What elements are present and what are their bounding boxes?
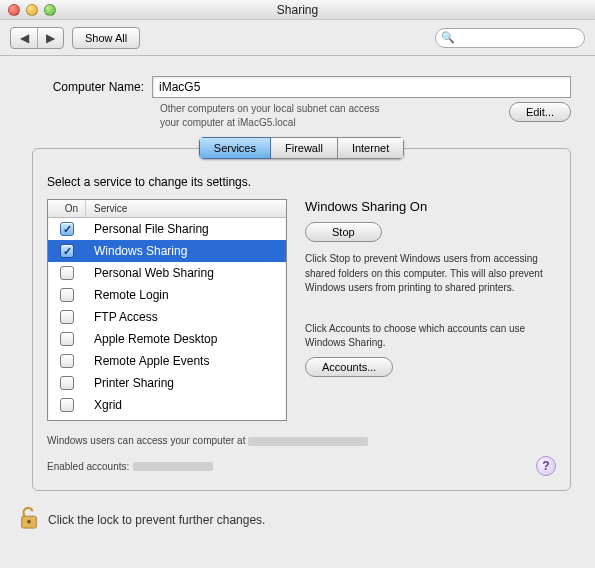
col-header-service[interactable]: Service xyxy=(86,200,286,217)
list-item[interactable]: Remote Apple Events xyxy=(48,350,286,372)
services-list: On Service ✓Personal File Sharing✓Window… xyxy=(47,199,287,421)
tab-services[interactable]: Services xyxy=(199,137,271,159)
titlebar: Sharing xyxy=(0,0,595,20)
check-icon: ✓ xyxy=(63,224,72,235)
service-detail: Windows Sharing On Stop Click Stop to pr… xyxy=(305,199,556,421)
computer-name-row: Computer Name: xyxy=(32,76,571,98)
service-label: Apple Remote Desktop xyxy=(86,332,286,346)
list-item[interactable]: ✓Windows Sharing xyxy=(48,240,286,262)
computer-name-hint: Other computers on your local subnet can… xyxy=(160,102,509,130)
access-line: Windows users can access your computer a… xyxy=(47,435,556,446)
help-button[interactable]: ? xyxy=(536,456,556,476)
col-header-on[interactable]: On xyxy=(48,200,86,217)
service-checkbox[interactable]: ✓ xyxy=(60,222,74,236)
service-checkbox[interactable] xyxy=(60,376,74,390)
tab-firewall[interactable]: Firewall xyxy=(271,137,338,159)
list-item[interactable]: Apple Remote Desktop xyxy=(48,328,286,350)
service-label: Windows Sharing xyxy=(86,244,286,258)
services-panel: Services Firewall Internet Select a serv… xyxy=(32,148,571,491)
list-item[interactable]: Remote Login xyxy=(48,284,286,306)
sharing-preferences-window: Sharing ◀ ▶ Show All 🔍 Computer Name: Ot… xyxy=(0,0,595,544)
forward-button[interactable]: ▶ xyxy=(37,28,63,48)
nav-back-forward: ◀ ▶ xyxy=(10,27,64,49)
panel-footer: Windows users can access your computer a… xyxy=(47,435,556,476)
service-checkbox[interactable] xyxy=(60,310,74,324)
stop-description: Click Stop to prevent Windows users from… xyxy=(305,252,556,296)
close-icon[interactable] xyxy=(8,4,20,16)
unlock-icon[interactable] xyxy=(18,505,40,534)
service-checkbox[interactable] xyxy=(60,288,74,302)
list-item[interactable]: Xgrid xyxy=(48,394,286,416)
service-label: FTP Access xyxy=(86,310,286,324)
list-header: On Service xyxy=(48,200,286,218)
search-icon: 🔍 xyxy=(441,31,455,44)
check-icon: ✓ xyxy=(63,246,72,257)
tab-internet[interactable]: Internet xyxy=(338,137,404,159)
detail-title: Windows Sharing On xyxy=(305,199,556,214)
list-item[interactable]: Personal Web Sharing xyxy=(48,262,286,284)
list-item[interactable]: FTP Access xyxy=(48,306,286,328)
service-label: Remote Login xyxy=(86,288,286,302)
enabled-accounts-label: Enabled accounts: xyxy=(47,461,129,472)
service-label: Xgrid xyxy=(86,398,286,412)
back-button[interactable]: ◀ xyxy=(11,28,37,48)
panel-prompt: Select a service to change its settings. xyxy=(47,175,556,189)
lock-text: Click the lock to prevent further change… xyxy=(48,513,265,527)
access-text: Windows users can access your computer a… xyxy=(47,435,248,446)
search-input[interactable] xyxy=(435,28,585,48)
hint-line-2: your computer at iMacG5.local xyxy=(160,117,296,128)
show-all-button[interactable]: Show All xyxy=(72,27,140,49)
service-label: Personal Web Sharing xyxy=(86,266,286,280)
hint-line-1: Other computers on your local subnet can… xyxy=(160,103,380,114)
redacted-accounts xyxy=(133,462,213,471)
lock-row: Click the lock to prevent further change… xyxy=(0,497,595,544)
accounts-button[interactable]: Accounts... xyxy=(305,357,393,377)
service-label: Personal File Sharing xyxy=(86,222,286,236)
window-title: Sharing xyxy=(0,3,595,17)
tab-bar: Services Firewall Internet xyxy=(33,137,570,159)
service-checkbox[interactable] xyxy=(60,332,74,346)
list-item[interactable]: ✓Personal File Sharing xyxy=(48,218,286,240)
edit-button[interactable]: Edit... xyxy=(509,102,571,122)
minimize-icon[interactable] xyxy=(26,4,38,16)
list-item[interactable]: Printer Sharing xyxy=(48,372,286,394)
search-wrap: 🔍 xyxy=(435,28,585,48)
svg-point-1 xyxy=(27,520,31,524)
service-label: Remote Apple Events xyxy=(86,354,286,368)
service-checkbox[interactable] xyxy=(60,266,74,280)
toolbar: ◀ ▶ Show All 🔍 xyxy=(0,20,595,56)
computer-name-input[interactable] xyxy=(152,76,571,98)
accounts-description: Click Accounts to choose which accounts … xyxy=(305,322,556,351)
redacted-address xyxy=(248,437,368,446)
stop-button[interactable]: Stop xyxy=(305,222,382,242)
computer-name-label: Computer Name: xyxy=(32,80,152,94)
zoom-icon[interactable] xyxy=(44,4,56,16)
service-checkbox[interactable] xyxy=(60,354,74,368)
window-controls xyxy=(8,4,56,16)
service-label: Printer Sharing xyxy=(86,376,286,390)
service-checkbox[interactable]: ✓ xyxy=(60,244,74,258)
service-checkbox[interactable] xyxy=(60,398,74,412)
